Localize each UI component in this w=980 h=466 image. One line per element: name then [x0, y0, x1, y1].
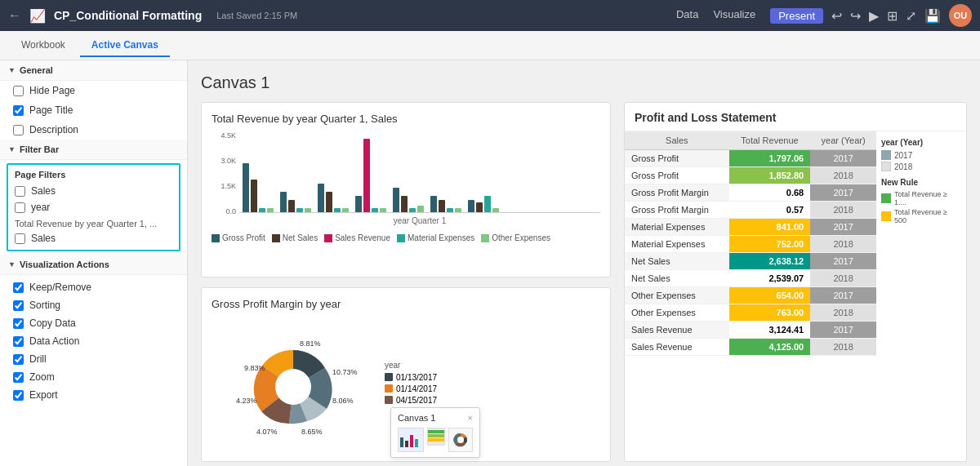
vis-zoom: Zoom — [0, 368, 187, 386]
sidebar-filterbar-header[interactable]: ▼ Filter Bar — [0, 140, 187, 160]
pnl-year-2018: 2018 — [881, 162, 961, 171]
thumb-bar-mini[interactable] — [398, 428, 424, 452]
row-rev-11: 4,125.00 — [729, 339, 811, 356]
filter-year-checkbox[interactable] — [15, 202, 25, 213]
filter-year-label: year — [31, 202, 50, 213]
description-label: Description — [29, 124, 78, 135]
vis-keep-remove-checkbox[interactable] — [13, 282, 24, 293]
vis-sorting-label: Sorting — [29, 300, 60, 311]
table-row: Other Expenses 654.00 2017 — [625, 287, 876, 304]
bar-2a — [280, 192, 287, 212]
pnl-rule-2: Total Revenue ≥ 500 — [881, 208, 961, 224]
table-row: Other Expenses 763.00 2018 — [625, 304, 876, 322]
row-rev-10: 3,124.41 — [729, 322, 811, 339]
canvas-thumb-close[interactable]: × — [468, 413, 473, 423]
bar-5d — [417, 206, 424, 212]
pie-legend-1: 01/13/2017 — [385, 373, 437, 382]
bar-3d — [342, 208, 349, 212]
legend-sales-revenue-dot — [324, 234, 332, 242]
bar-chart-area: 4.5K 3.0K 1.5K 0.0 — [212, 131, 600, 229]
vis-copy-data-checkbox[interactable] — [13, 318, 24, 329]
redo-button[interactable]: ↪ — [850, 8, 861, 24]
pie-label-5: 4.07% — [256, 428, 278, 436]
vis-zoom-checkbox[interactable] — [13, 372, 24, 383]
expand-button[interactable]: ⤢ — [906, 8, 916, 24]
svg-point-1 — [275, 369, 311, 405]
bar-chart-title: Total Revenue by year Quarter 1, Sales — [212, 113, 600, 125]
thumb-bar-svg — [399, 431, 423, 449]
triangle-icon-vis: ▼ — [8, 260, 16, 269]
filterbar-label: Filter Bar — [20, 144, 59, 154]
table-row: Gross Profit Margin 0.57 2018 — [625, 202, 876, 219]
save-button[interactable]: 💾 — [924, 8, 941, 24]
pie-label-7: 9.83% — [244, 364, 265, 372]
table-row: Net Sales 2,539.07 2018 — [625, 270, 876, 287]
bar-3b — [326, 192, 332, 212]
legend-material-expenses: Material Expenses — [397, 233, 474, 242]
legend-material-dot — [397, 234, 405, 242]
grid-button[interactable]: ⊞ — [887, 8, 898, 24]
year-2018-box — [881, 162, 891, 171]
bar-5b — [401, 196, 408, 212]
bar-7a — [468, 200, 474, 212]
legend-sales-revenue-label: Sales Revenue — [335, 233, 390, 242]
nav-visualize[interactable]: Visualize — [713, 8, 755, 24]
bar-5c — [409, 208, 416, 212]
row-year-3: 2018 — [810, 202, 876, 219]
table-row: Gross Profit Margin 0.68 2017 — [625, 184, 876, 202]
tab-active-canvas[interactable]: Active Canvas — [80, 34, 170, 57]
vis-drill-checkbox[interactable] — [13, 354, 24, 365]
svg-rect-2 — [400, 437, 403, 447]
rule-2-label: Total Revenue ≥ 500 — [894, 208, 961, 224]
thumb-pie-mini[interactable] — [448, 428, 473, 452]
yaxis-label-3: 3.0K — [220, 157, 236, 165]
hide-page-checkbox[interactable] — [13, 86, 24, 96]
pnl-legend-sidebar: year (Year) 2017 2018 — [876, 131, 966, 455]
bar-4c — [372, 208, 378, 212]
svg-rect-3 — [405, 441, 408, 447]
thumb-table-mini[interactable] — [427, 428, 445, 446]
play-button[interactable]: ▶ — [869, 8, 879, 24]
legend-other-label: Other Expenses — [492, 233, 550, 242]
nav-present[interactable]: Present — [770, 8, 823, 24]
legend-net-sales: Net Sales — [272, 233, 318, 242]
rule-1-box — [881, 193, 891, 203]
pnl-year-2017: 2017 — [881, 150, 961, 160]
row-rev-9: 763.00 — [729, 304, 811, 322]
sidebar-vis-header[interactable]: ▼ Visualization Actions — [0, 255, 187, 275]
legend-net-sales-dot — [272, 234, 280, 242]
back-button[interactable]: ← — [8, 8, 21, 23]
pie-legend-dot-3 — [385, 396, 393, 404]
year-2017-label: 2017 — [894, 151, 912, 160]
pie-svg-wrapper: 8.81% 10.73% 8.06% 8.65% 4.07% 4.23% 9.8… — [212, 330, 375, 438]
sidebar-general-header[interactable]: ▼ General — [0, 60, 187, 81]
nav-data[interactable]: Data — [676, 8, 698, 24]
description-checkbox[interactable] — [13, 125, 24, 135]
page-title-checkbox[interactable] — [13, 105, 24, 116]
bar-1b — [251, 180, 257, 212]
row-rev-3: 0.57 — [729, 202, 811, 219]
vis-export-checkbox[interactable] — [13, 390, 24, 401]
vis-sorting-checkbox[interactable] — [13, 300, 24, 311]
row-rev-7: 2,539.07 — [729, 270, 811, 287]
undo-button[interactable]: ↩ — [831, 8, 842, 24]
filter-sub-sales-checkbox[interactable] — [15, 233, 25, 244]
tab-workbook[interactable]: Workbook — [10, 34, 77, 57]
year-2018-label: 2018 — [894, 162, 912, 171]
vis-data-action-label: Data Action — [29, 335, 79, 347]
row-year-8: 2017 — [810, 287, 876, 304]
pnl-year-title: year (Year) — [881, 138, 961, 147]
canvas-thumbnail: Canvas 1 × — [390, 407, 480, 458]
content-area: Canvas 1 Total Revenue by year Quarter 1… — [188, 60, 980, 466]
bar-6a — [430, 196, 437, 212]
vis-data-action-checkbox[interactable] — [13, 336, 24, 347]
bar-3c — [334, 208, 341, 212]
legend-net-sales-label: Net Sales — [283, 233, 318, 242]
bar-1c — [259, 208, 265, 212]
sidebar-item-page-title: Page Title — [0, 100, 187, 120]
filter-sales-checkbox[interactable] — [15, 186, 25, 197]
vis-sorting: Sorting — [0, 296, 187, 314]
bar-group-1 — [243, 163, 274, 212]
topbar-nav: Data Visualize Present — [676, 8, 823, 24]
row-sales-2: Gross Profit Margin — [625, 184, 729, 202]
